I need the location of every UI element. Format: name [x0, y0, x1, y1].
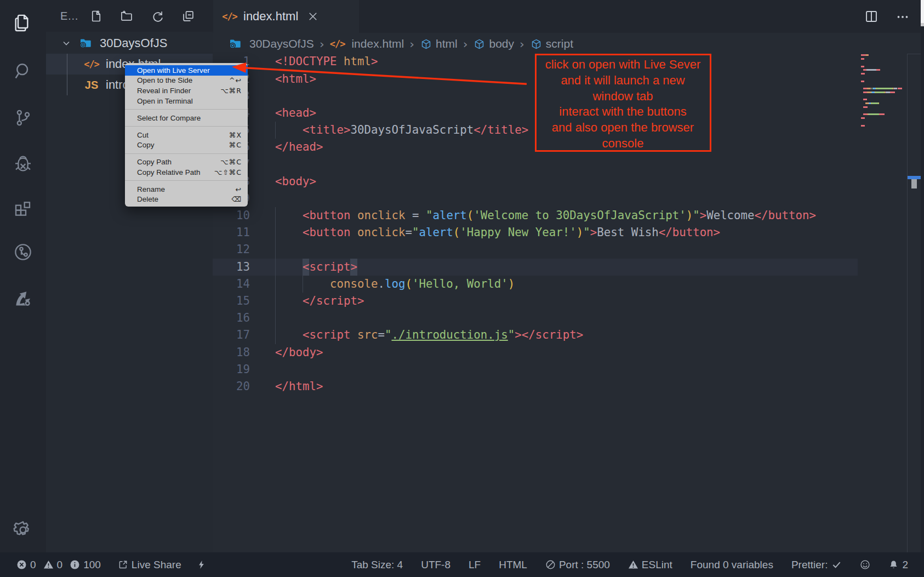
minimap-line [858, 79, 907, 83]
status-text: 0 [30, 559, 36, 571]
status-eslint[interactable]: ESLint [628, 559, 672, 571]
tree-item-30DaysOfJS[interactable]: 30DaysOfJS [46, 33, 213, 54]
activity-source-control-icon[interactable] [12, 106, 35, 129]
status-text: Port : 5500 [559, 559, 610, 571]
minimap-token [861, 54, 866, 56]
annotation-line: interact with the buttons [537, 104, 710, 120]
code-line-7 [275, 156, 816, 173]
token: alert [419, 226, 453, 239]
activity-debug-icon[interactable] [12, 153, 35, 176]
line-number: 15 [213, 293, 250, 310]
activity-live-share-circle-icon[interactable] [12, 241, 35, 264]
background-window-sliver-2 [921, 23, 924, 26]
token: src [357, 328, 378, 341]
activity-search-icon[interactable] [12, 60, 35, 83]
status-2[interactable]: 2 [888, 559, 908, 571]
menu-item-open-to-the-side[interactable]: Open to the Side^↩ [125, 76, 248, 86]
status-text: Live Share [132, 559, 181, 571]
activity-pen-share-icon[interactable] [12, 287, 35, 310]
menu-item-copy[interactable]: Copy⌘C [125, 140, 248, 150]
warning-icon [43, 559, 54, 570]
error-icon [16, 559, 27, 570]
status-text: UTF-8 [421, 559, 450, 571]
token: Best Wish [597, 226, 658, 239]
menu-item-shortcut: ⌫ [231, 195, 242, 203]
status-port-5500[interactable]: Port : 5500 [545, 559, 610, 571]
minimap[interactable] [858, 53, 907, 127]
token: ) [577, 226, 584, 239]
minimap-line [858, 53, 907, 57]
minimap-line [858, 76, 907, 79]
code-line-19 [275, 361, 816, 378]
minimap-line [858, 112, 907, 116]
token: " [693, 209, 700, 222]
status-bar-left: 00100Live Share [16, 559, 207, 571]
status-lightning-icon[interactable] [196, 559, 207, 570]
status-html[interactable]: HTML [499, 559, 527, 571]
activity-bar [0, 0, 46, 552]
code-line-14: console.log('Hello, World') [275, 276, 816, 293]
menu-item-copy-path[interactable]: Copy Path⌥⌘C [125, 157, 248, 167]
menu-item-shortcut: ⌥⇧⌘C [214, 168, 242, 176]
status-found-0-variables[interactable]: Found 0 variables [691, 559, 773, 571]
status-smiley-icon[interactable] [860, 559, 870, 570]
info-icon [70, 559, 80, 570]
refresh-icon[interactable] [150, 8, 165, 24]
token: </body> [275, 346, 323, 359]
overview-ruler-cursor-mark [911, 179, 917, 188]
menu-item-open-with-live-server[interactable]: Open with Live Server [125, 65, 248, 76]
token: = [412, 209, 419, 222]
line-number: 12 [213, 241, 250, 258]
chevron-down-icon[interactable] [61, 38, 71, 48]
menu-item-rename[interactable]: Rename↩ [125, 184, 248, 195]
activity-extensions-icon[interactable] [12, 195, 35, 218]
status-prettier-[interactable]: Prettier: [791, 559, 842, 571]
minimap-token [863, 88, 868, 89]
status-text: Prettier: [791, 559, 828, 571]
new-file-icon[interactable] [88, 8, 104, 24]
token: > [350, 260, 357, 273]
code-line-20: </html> [275, 378, 816, 395]
annotation-line: and it will launch a new [537, 73, 710, 89]
token: <title> [303, 123, 350, 136]
menu-item-cut[interactable]: Cut⌘X [125, 130, 248, 140]
line-number: 19 [213, 361, 250, 378]
collapse-all-icon[interactable] [180, 8, 196, 24]
menu-item-select-for-compare[interactable]: Select for Compare [125, 113, 248, 123]
line-number: 13 [213, 259, 250, 276]
activity-gear-icon[interactable] [12, 518, 35, 541]
token: </button> [659, 226, 720, 239]
token: </script> [303, 294, 364, 307]
status-warning-icon[interactable]: 0 [43, 559, 63, 571]
token: onclick [357, 226, 405, 239]
menu-item-label: Open in Terminal [137, 97, 242, 105]
menu-item-label: Reveal in Finder [137, 87, 220, 95]
token [275, 328, 303, 341]
minimap-token [861, 81, 864, 82]
minimap-line [858, 116, 907, 120]
status-info-icon[interactable]: 100 [70, 559, 101, 571]
scrollbar-track[interactable] [921, 0, 924, 552]
menu-item-delete[interactable]: Delete⌫ [125, 194, 248, 204]
code-line-12 [275, 241, 816, 258]
menu-item-copy-relative-path[interactable]: Copy Relative Path⌥⇧⌘C [125, 167, 248, 178]
bell-icon [888, 559, 899, 570]
status-utf-8[interactable]: UTF-8 [421, 559, 450, 571]
code-area[interactable]: 1234567891011121314151617181920 <!DOCTYP… [213, 0, 924, 552]
status-lf[interactable]: LF [469, 559, 481, 571]
menu-item-shortcut: ⌘X [229, 131, 242, 139]
activity-explorer-icon[interactable] [12, 12, 35, 35]
new-folder-icon[interactable] [119, 8, 134, 24]
token: 'Welcome to 30DaysOfJavaScript' [474, 209, 686, 222]
minimap-line [858, 61, 907, 65]
token: ( [467, 209, 474, 222]
status-error-icon[interactable]: 0 [16, 559, 36, 571]
status-live-share-icon[interactable]: Live Share [118, 559, 181, 571]
minimap-line [858, 68, 907, 72]
token: 30DaysOfJavaScript [350, 123, 474, 136]
explorer-title: E… [60, 10, 78, 22]
menu-item-open-in-terminal[interactable]: Open in Terminal [125, 96, 248, 106]
status-tab-size-4[interactable]: Tab Size: 4 [351, 559, 403, 571]
menu-item-reveal-in-finder[interactable]: Reveal in Finder⌥⌘R [125, 85, 248, 96]
minimap-token [870, 113, 879, 115]
